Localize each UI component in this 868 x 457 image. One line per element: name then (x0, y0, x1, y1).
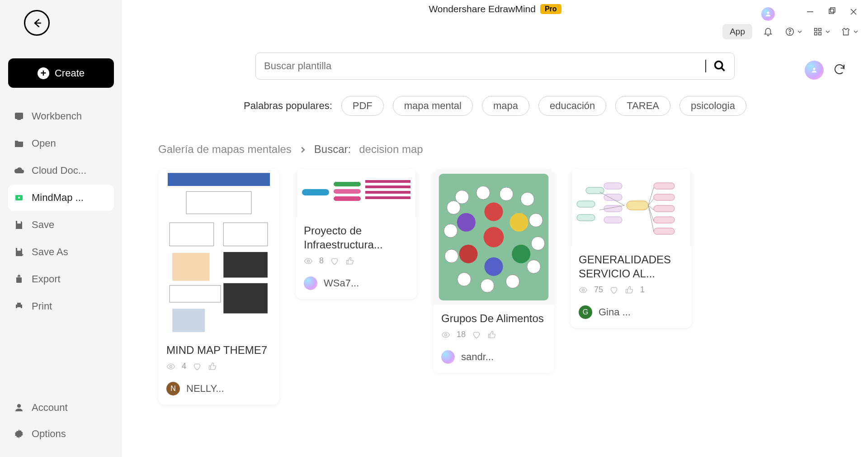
heart-icon[interactable] (609, 286, 618, 295)
help-menu[interactable] (784, 26, 802, 38)
svg-point-63 (527, 260, 541, 273)
template-card[interactable]: Proyecto de Infraestructura... 8 WSa7... (296, 169, 417, 299)
sidebar-item-save[interactable]: Save (8, 212, 114, 238)
content: Palabras populares: PDF mapa mental mapa… (122, 45, 868, 457)
chevron-down-icon (797, 29, 802, 34)
avatar[interactable] (761, 7, 775, 21)
svg-rect-5 (17, 221, 21, 224)
svg-rect-9 (17, 303, 21, 305)
sidebar-item-options[interactable]: Options (8, 421, 114, 447)
tag[interactable]: mapa (482, 96, 529, 116)
separator (705, 60, 706, 72)
notification-button[interactable] (762, 26, 774, 38)
svg-rect-16 (830, 8, 835, 12)
sidebar-item-workbench[interactable]: Workbench (8, 103, 114, 129)
cloud-icon (14, 165, 24, 176)
svg-point-54 (484, 257, 503, 276)
card-stats: 4 (166, 362, 271, 371)
user-icon (764, 10, 772, 18)
window-controls (761, 7, 858, 21)
bell-icon (763, 27, 773, 37)
author-avatar (304, 276, 317, 290)
svg-point-92 (582, 289, 585, 291)
svg-point-58 (476, 186, 490, 200)
heart-icon[interactable] (193, 362, 202, 371)
svg-rect-6 (17, 248, 21, 251)
thumbs-up-icon[interactable] (625, 286, 634, 295)
views-count: 4 (182, 362, 186, 371)
svg-point-65 (481, 279, 494, 292)
app-title: Wondershare EdrawMind (429, 4, 536, 14)
heart-icon[interactable] (330, 257, 339, 266)
svg-rect-79 (627, 201, 648, 210)
sync-button[interactable] (833, 62, 846, 78)
sidebar-item-label: Options (32, 428, 66, 440)
sidebar-item-cloud-doc[interactable]: Cloud Doc... (8, 157, 114, 184)
folder-icon (14, 138, 24, 149)
author-avatar (441, 350, 455, 364)
card-author: N NELLY... (166, 382, 271, 395)
apps-menu[interactable] (812, 26, 830, 38)
apps-grid-icon (813, 27, 823, 37)
tag[interactable]: TAREA (615, 96, 670, 116)
sidebar-item-open[interactable]: Open (8, 130, 114, 157)
author-name: WSa7... (324, 277, 359, 289)
svg-point-69 (447, 201, 460, 214)
search-input[interactable] (264, 60, 698, 72)
svg-rect-43 (334, 196, 361, 201)
likes-count: 1 (640, 285, 645, 295)
search-box[interactable] (255, 52, 735, 80)
svg-point-61 (529, 214, 542, 227)
help-icon (785, 27, 795, 37)
tag[interactable]: PDF (341, 96, 384, 116)
author-name: Gina ... (599, 306, 631, 318)
svg-point-64 (506, 275, 519, 288)
svg-point-60 (521, 192, 534, 206)
author-avatar: N (166, 382, 180, 395)
main: Wondershare EdrawMind Pro App (122, 0, 868, 457)
sidebar-item-label: Print (32, 300, 52, 312)
avatar[interactable] (805, 61, 824, 80)
eye-icon (579, 286, 588, 295)
sidebar-item-label: Save As (32, 246, 68, 258)
svg-rect-37 (172, 309, 205, 332)
app-chip[interactable]: App (722, 24, 752, 39)
svg-rect-80 (654, 183, 675, 189)
tag[interactable]: educación (538, 96, 606, 116)
heart-icon[interactable] (472, 330, 481, 339)
sidebar-item-print[interactable]: Print (8, 293, 114, 319)
template-card[interactable]: GENERALIDADES SERVICIO AL... 75 1 G Gina… (571, 169, 692, 328)
breadcrumb-root[interactable]: Galería de mapas mentales (158, 143, 292, 156)
template-card[interactable]: Grupos De Alimentos 18 sandr... (433, 169, 554, 373)
svg-rect-34 (223, 252, 268, 278)
thumbs-up-icon[interactable] (487, 330, 496, 339)
svg-rect-10 (17, 307, 21, 310)
sidebar-item-account[interactable]: Account (8, 395, 114, 421)
svg-point-53 (512, 245, 530, 263)
tag[interactable]: mapa mental (393, 96, 473, 116)
thumbs-up-icon[interactable] (345, 257, 354, 266)
card-stats: 18 (441, 330, 546, 339)
template-card[interactable]: MIND MAP THEME7 4 N NELLY... (158, 169, 279, 405)
svg-point-67 (445, 249, 458, 263)
svg-rect-84 (654, 228, 675, 234)
close-button[interactable] (849, 7, 858, 16)
sidebar-item-save-as[interactable]: Save As (8, 239, 114, 265)
back-button[interactable] (24, 10, 50, 36)
card-stats: 75 1 (579, 285, 684, 295)
create-button[interactable]: + Create (8, 58, 114, 88)
tag[interactable]: psicologia (679, 96, 746, 116)
account-icon (14, 402, 24, 413)
svg-rect-78 (604, 217, 622, 223)
mindmap-icon (14, 192, 24, 203)
thumbs-up-icon[interactable] (208, 362, 217, 371)
svg-rect-81 (654, 194, 675, 200)
maximize-button[interactable] (827, 7, 836, 16)
minimize-button[interactable] (806, 7, 815, 16)
sidebar-item-export[interactable]: Export (8, 266, 114, 292)
sidebar-item-mindmap[interactable]: MindMap ... (8, 185, 114, 211)
search-icon[interactable] (713, 60, 726, 72)
theme-menu[interactable] (840, 26, 858, 38)
sidebar: + Create Workbench Open Cloud Doc... Min… (0, 0, 122, 457)
card-thumbnail (433, 169, 554, 305)
